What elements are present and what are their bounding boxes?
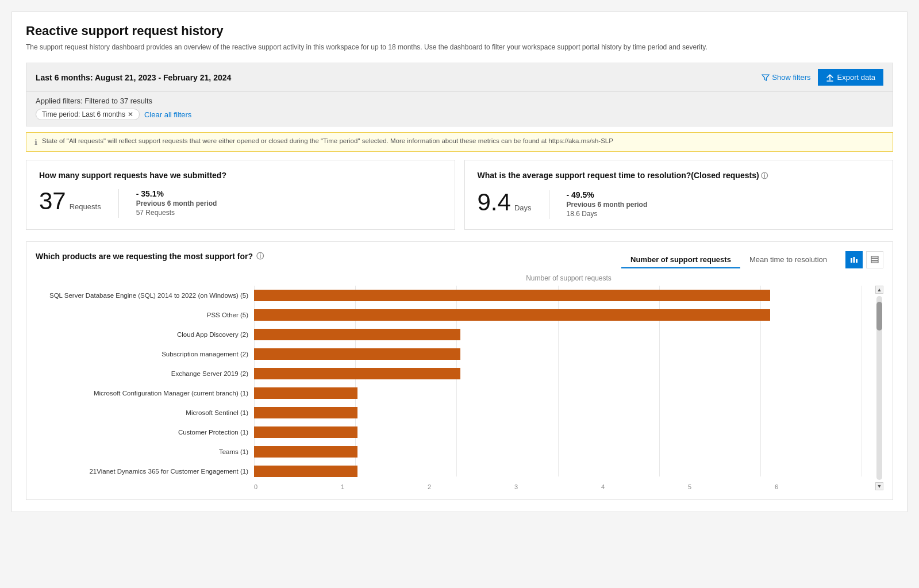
metric-1-divider bbox=[118, 189, 119, 218]
info-banner-text: State of "All requests" will reflect sup… bbox=[42, 137, 613, 144]
svg-rect-5 bbox=[871, 261, 878, 263]
metric-2-info-icon: ⓘ bbox=[761, 172, 768, 180]
scrollbar-track[interactable] bbox=[876, 296, 882, 480]
chart-section: Which products are we requesting the mos… bbox=[26, 241, 893, 500]
clear-all-filters-button[interactable]: Clear all filters bbox=[144, 110, 191, 119]
bar-label: SQL Server Database Engine (SQL) 2014 to… bbox=[36, 291, 254, 300]
table-row: SQL Server Database Engine (SQL) 2014 to… bbox=[36, 286, 873, 305]
metric-1-unit: Requests bbox=[70, 202, 101, 211]
filter-tag-close-icon[interactable]: ✕ bbox=[128, 110, 133, 118]
metric-2-number: 9.4 bbox=[478, 190, 511, 214]
table-row: Exchange Server 2019 (2) bbox=[36, 364, 873, 383]
chart-main: SQL Server Database Engine (SQL) 2014 to… bbox=[36, 286, 873, 490]
chart-section-title: Which products are we requesting the mos… bbox=[36, 251, 264, 262]
bar-wrapper bbox=[254, 387, 873, 399]
bar-wrapper bbox=[254, 348, 873, 360]
metric-1-change-detail: 57 Requests bbox=[136, 209, 217, 217]
bar-label: Teams (1) bbox=[36, 448, 254, 456]
bar-label: PSS Other (5) bbox=[36, 311, 254, 320]
x-tick: 6 bbox=[775, 483, 862, 490]
show-filters-button[interactable]: Show filters bbox=[762, 73, 810, 82]
info-banner: ℹ State of "All requests" will reflect s… bbox=[26, 132, 893, 152]
metric-1-main: 37 Requests bbox=[39, 189, 101, 213]
bar-wrapper bbox=[254, 446, 873, 458]
chart-view-icons bbox=[845, 251, 883, 268]
table-row: Subscription management (2) bbox=[36, 344, 873, 364]
bar-label: Microsoft Configuration Manager (current… bbox=[36, 389, 254, 398]
scrollbar-down-arrow[interactable]: ▼ bbox=[875, 482, 883, 490]
bar-wrapper bbox=[254, 407, 873, 418]
metric-card-resolution: What is the average support request time… bbox=[464, 160, 894, 230]
bar-fill bbox=[254, 387, 357, 399]
x-axis: 0123456 bbox=[254, 483, 873, 490]
bar-wrapper bbox=[254, 309, 873, 321]
filter-icon bbox=[762, 74, 770, 82]
bar-fill bbox=[254, 407, 357, 418]
bar-label: Exchange Server 2019 (2) bbox=[36, 370, 254, 378]
table-row: Customer Protection (1) bbox=[36, 422, 873, 442]
x-tick: 3 bbox=[514, 483, 601, 490]
tab-mean-time-to-resolution[interactable]: Mean time to resolution bbox=[740, 252, 836, 268]
bar-fill bbox=[254, 290, 770, 301]
metric-2-change-pct: - 49.5% bbox=[567, 190, 648, 199]
metric-card-2-title: What is the average support request time… bbox=[478, 171, 880, 181]
svg-rect-0 bbox=[851, 258, 852, 263]
filters-applied-label: Applied filters: Filtered to 37 results bbox=[36, 97, 883, 105]
metrics-row: How many support requests have we submit… bbox=[26, 160, 893, 230]
filter-tag-label: Time period: Last 6 months bbox=[42, 110, 125, 118]
bar-chart: SQL Server Database Engine (SQL) 2014 to… bbox=[36, 286, 873, 481]
table-row: PSS Other (5) bbox=[36, 305, 873, 325]
metric-1-change-label: Previous 6 month period bbox=[136, 199, 217, 207]
bar-wrapper bbox=[254, 290, 873, 301]
bar-fill bbox=[254, 309, 770, 321]
table-view-button[interactable] bbox=[866, 251, 883, 268]
metric-2-change-detail: 18.6 Days bbox=[567, 210, 648, 218]
metric-card-2-body: 9.4 Days - 49.5% Previous 6 month period… bbox=[478, 190, 880, 219]
info-icon: ℹ bbox=[34, 138, 37, 147]
filter-tag-time-period: Time period: Last 6 months ✕ bbox=[36, 109, 140, 120]
export-data-button[interactable]: Export data bbox=[818, 69, 884, 86]
svg-rect-1 bbox=[853, 257, 855, 263]
bar-fill bbox=[254, 466, 357, 477]
date-bar-actions: Show filters Export data bbox=[762, 69, 883, 86]
chart-header: Which products are we requesting the mos… bbox=[36, 251, 883, 268]
x-tick: 4 bbox=[601, 483, 688, 490]
filter-tags-row: Time period: Last 6 months ✕ Clear all f… bbox=[36, 109, 883, 120]
x-tick: 2 bbox=[428, 483, 514, 490]
metric-2-divider bbox=[549, 190, 549, 219]
table-icon bbox=[871, 256, 879, 264]
metric-2-main: 9.4 Days bbox=[478, 190, 532, 214]
table-row: Microsoft Configuration Manager (current… bbox=[36, 383, 873, 403]
bar-label: 21Vianet Dynamics 365 for Customer Engag… bbox=[36, 467, 254, 476]
metric-2-change-label: Previous 6 month period bbox=[567, 201, 648, 209]
metric-2-change: - 49.5% Previous 6 month period 18.6 Day… bbox=[567, 190, 648, 218]
date-bar: Last 6 months: August 21, 2023 - Februar… bbox=[26, 63, 893, 92]
bar-label: Subscription management (2) bbox=[36, 350, 254, 359]
svg-rect-4 bbox=[871, 259, 878, 260]
bar-label: Microsoft Sentinel (1) bbox=[36, 409, 254, 417]
bar-wrapper bbox=[254, 329, 873, 340]
metric-card-requests: How many support requests have we submit… bbox=[26, 160, 455, 230]
scrollbar-up-arrow[interactable]: ▲ bbox=[875, 286, 883, 294]
chart-info-icon: ⓘ bbox=[256, 251, 264, 262]
tab-number-of-requests[interactable]: Number of support requests bbox=[621, 252, 740, 268]
x-tick: 5 bbox=[688, 483, 775, 490]
bar-fill bbox=[254, 329, 460, 340]
metric-card-1-title: How many support requests have we submit… bbox=[39, 171, 442, 180]
show-filters-label: Show filters bbox=[772, 73, 810, 82]
filters-bar: Applied filters: Filtered to 37 results … bbox=[26, 92, 893, 126]
metric-card-1-body: 37 Requests - 35.1% Previous 6 month per… bbox=[39, 189, 442, 218]
export-label: Export data bbox=[837, 73, 876, 82]
scrollbar-thumb[interactable] bbox=[876, 302, 882, 330]
bar-chart-view-button[interactable] bbox=[845, 251, 863, 268]
bar-wrapper bbox=[254, 466, 873, 477]
svg-rect-2 bbox=[856, 259, 858, 263]
metric-1-change-pct: - 35.1% bbox=[136, 189, 217, 198]
svg-rect-3 bbox=[871, 256, 878, 258]
table-row: 21Vianet Dynamics 365 for Customer Engag… bbox=[36, 462, 873, 481]
bar-wrapper bbox=[254, 368, 873, 379]
metric-2-unit: Days bbox=[514, 203, 532, 212]
metric-1-number: 37 bbox=[39, 189, 66, 213]
bar-label: Cloud App Discovery (2) bbox=[36, 330, 254, 339]
page-container: Reactive support request history The sup… bbox=[11, 11, 908, 512]
